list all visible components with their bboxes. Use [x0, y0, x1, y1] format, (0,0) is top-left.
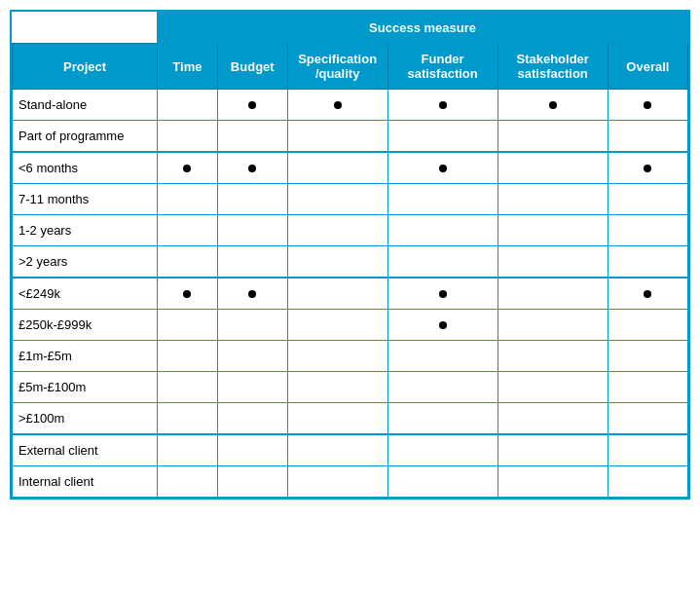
cell-funder [387, 215, 497, 246]
cell-stakeholder [497, 121, 608, 153]
table-row: Internal client [13, 466, 688, 498]
dot-indicator [248, 290, 256, 298]
table-row: 7-11 months [13, 184, 688, 215]
dot-indicator [644, 290, 651, 298]
cell-stakeholder [497, 278, 608, 310]
dot-indicator [334, 101, 342, 109]
cell-time [158, 90, 218, 121]
cell-time [158, 434, 218, 466]
cell-spec [287, 341, 387, 372]
row-label: <6 months [13, 152, 158, 184]
dot-indicator [439, 165, 447, 172]
cell-time [158, 215, 218, 246]
cell-stakeholder [497, 90, 608, 121]
row-label: Part of programme [13, 121, 158, 153]
cell-funder [387, 90, 497, 121]
cell-time [158, 152, 218, 184]
dot-indicator [183, 290, 191, 298]
cell-budget [217, 341, 287, 372]
row-label: £5m-£100m [13, 372, 158, 403]
table-row: £250k-£999k [13, 310, 688, 341]
table-row: <6 months [13, 152, 688, 184]
budget-column-header: Budget [217, 44, 287, 90]
cell-funder [387, 372, 497, 403]
cell-stakeholder [497, 246, 608, 278]
success-measure-header-row: Success measure [13, 13, 688, 44]
dot-indicator [549, 101, 557, 109]
cell-time [158, 278, 218, 310]
row-label: >£100m [13, 403, 158, 435]
table-row: >2 years [13, 246, 688, 278]
cell-spec [287, 90, 387, 121]
cell-time [158, 121, 218, 153]
cell-funder [387, 278, 497, 310]
row-label: 7-11 months [13, 184, 158, 215]
cell-overall [608, 152, 687, 184]
success-measure-table: Success measure Project Time Budget Spec… [12, 12, 688, 498]
cell-stakeholder [497, 403, 608, 435]
cell-funder [387, 403, 497, 435]
cell-stakeholder [497, 341, 608, 372]
spec-column-header: Specification /quality [287, 44, 387, 90]
stakeholder-column-header: Stakeholder satisfaction [497, 44, 608, 90]
row-label: £1m-£5m [13, 341, 158, 372]
cell-spec [287, 215, 387, 246]
cell-spec [287, 372, 387, 403]
cell-budget [217, 278, 287, 310]
cell-stakeholder [497, 215, 608, 246]
cell-spec [287, 278, 387, 310]
cell-funder [387, 121, 497, 153]
cell-budget [217, 372, 287, 403]
column-headers-row: Project Time Budget Specification /quali… [13, 44, 688, 90]
cell-overall [608, 341, 687, 372]
empty-header-cell [13, 13, 158, 44]
project-column-header: Project [13, 44, 158, 90]
cell-time [158, 246, 218, 278]
cell-overall [608, 310, 687, 341]
success-measure-header: Success measure [158, 13, 688, 44]
cell-budget [217, 246, 287, 278]
cell-funder [387, 341, 497, 372]
cell-overall [608, 434, 687, 466]
row-label: <£249k [13, 278, 158, 310]
table-row: £1m-£5m [13, 341, 688, 372]
cell-overall [608, 403, 687, 435]
cell-funder [387, 184, 497, 215]
cell-budget [217, 121, 287, 153]
cell-overall [608, 372, 687, 403]
dot-indicator [183, 165, 191, 172]
dot-indicator [439, 101, 447, 109]
row-label: External client [13, 434, 158, 466]
row-label: Stand-alone [13, 90, 158, 121]
cell-stakeholder [497, 310, 608, 341]
cell-stakeholder [497, 152, 608, 184]
cell-spec [287, 121, 387, 153]
cell-overall [608, 121, 687, 153]
table-row: 1-2 years [13, 215, 688, 246]
cell-spec [287, 403, 387, 435]
cell-spec [287, 246, 387, 278]
row-label: £250k-£999k [13, 310, 158, 341]
cell-stakeholder [497, 184, 608, 215]
table-row: Stand-alone [13, 90, 688, 121]
cell-budget [217, 466, 287, 498]
cell-budget [217, 152, 287, 184]
cell-overall [608, 184, 687, 215]
cell-budget [217, 184, 287, 215]
cell-overall [608, 215, 687, 246]
cell-budget [217, 215, 287, 246]
cell-spec [287, 152, 387, 184]
cell-time [158, 341, 218, 372]
cell-budget [217, 434, 287, 466]
cell-time [158, 466, 218, 498]
dot-indicator [439, 321, 447, 329]
row-label: 1-2 years [13, 215, 158, 246]
cell-time [158, 372, 218, 403]
main-table-wrapper: Success measure Project Time Budget Spec… [10, 10, 690, 500]
table-row: £5m-£100m [13, 372, 688, 403]
cell-spec [287, 466, 387, 498]
cell-budget [217, 403, 287, 435]
table-row: Part of programme [13, 121, 688, 153]
cell-time [158, 403, 218, 435]
cell-spec [287, 434, 387, 466]
